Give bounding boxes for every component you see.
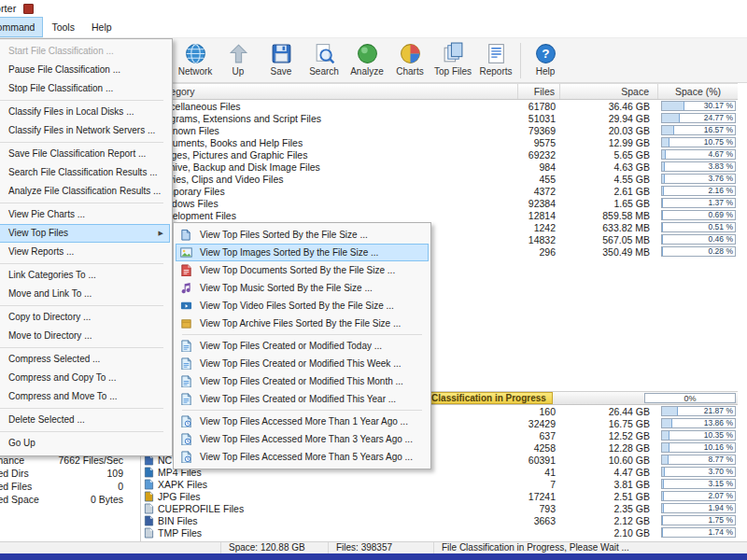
menu-item-delete-selected[interactable]: Delete Selected ... (0, 411, 172, 429)
toolbar-button-up[interactable]: Up (217, 41, 260, 77)
menu-item-search-file-classification-results[interactable]: Search File Classification Results ... (0, 163, 172, 182)
search-icon (313, 41, 336, 65)
extension-row[interactable]: CUEPROFILE Files7932.35 GB1.94 % (140, 502, 738, 514)
column-header-space-percent[interactable]: Space (%) (658, 84, 738, 99)
status-files: Files: 398357 (329, 542, 434, 553)
files-icon (180, 229, 193, 242)
menu-item-view-reports[interactable]: View Reports ... (0, 243, 172, 261)
category-name: Movies, Clips and Video Files (140, 174, 518, 185)
menu-item-save-file-classification-report[interactable]: Save File Classification Report ... (0, 145, 172, 163)
extension-space: 2.10 GB (560, 527, 658, 539)
menu-item-compress-and-copy-to[interactable]: Compress and Copy To ... (0, 369, 172, 387)
menu-item-classify-files-in-local-disks[interactable]: Classify Files in Local Disks ... (0, 103, 172, 121)
submenu-item-view-top-files-created-or-modified-this-ye[interactable]: View Top Files Created or Modified This … (174, 390, 430, 408)
extension-space: 4.47 GB (560, 467, 658, 478)
submenu-item-view-top-files-created-or-modified-this-mo[interactable]: View Top Files Created or Modified This … (174, 372, 430, 390)
menu-separator (0, 100, 163, 101)
category-space: 4.63 GB (560, 161, 658, 173)
extension-row[interactable]: BIN Files36632.12 GB1.75 % (140, 514, 738, 526)
menubar-item-command[interactable]: Command (0, 17, 43, 37)
category-row[interactable]: Miscellaneous Files6178036.46 GB30.17 % (140, 100, 738, 112)
submenu-item-view-top-files-accessed-more-than-3-years-[interactable]: View Top Files Accessed More Than 3 Year… (174, 430, 430, 448)
submenu-item-view-top-images-sorted-by-the-file-size[interactable]: View Top Images Sorted By the File Size … (176, 244, 429, 261)
menu-item-copy-to-directory[interactable]: Copy to Directory ... (0, 308, 172, 327)
toolbar-button-top-files[interactable]: Top Files (431, 41, 474, 77)
menu-item-view-pie-charts[interactable]: View Pie Charts ... (0, 205, 172, 224)
column-header-space[interactable]: Space (560, 84, 658, 99)
category-row[interactable]: Images, Pictures and Graphic Files692325… (140, 148, 738, 161)
submenu-item-label: View Top Files Created or Modified This … (200, 358, 401, 369)
space-percent-cell: 0.28 % (658, 246, 738, 257)
top-files-submenu: View Top Files Sorted By the File Size .… (173, 222, 431, 469)
category-row[interactable]: Movies, Clips and Video Files4554.55 GB3… (140, 173, 738, 185)
space-percent-label: 3.76 % (709, 175, 733, 183)
submenu-item-view-top-files-accessed-more-than-5-years-[interactable]: View Top Files Accessed More Than 5 Year… (174, 448, 430, 466)
toolbar-button-search[interactable]: Search (303, 41, 345, 77)
menu-item-analyze-file-classification-results[interactable]: Analyze File Classification Results ... (0, 182, 172, 201)
category-space: 859.58 MB (560, 210, 658, 221)
menu-item-link-categories-to[interactable]: Link Categories To ... (0, 266, 172, 285)
category-row[interactable]: Unknown Files7936920.03 GB16.57 % (140, 124, 738, 136)
menu-item-start-file-classification[interactable]: Start File Classification ... (0, 42, 172, 61)
space-percent-fill (662, 138, 669, 147)
menu-separator (0, 431, 163, 432)
menu-item-view-top-files[interactable]: View Top Files▶ (0, 224, 170, 243)
toolbar-button-save[interactable]: Save (260, 41, 303, 77)
toolbar-button-label: Reports (479, 66, 512, 77)
column-header-files[interactable]: Files (518, 84, 560, 99)
category-row[interactable]: Programs, Extensions and Script Files510… (140, 112, 738, 124)
menu-item-move-to-directory[interactable]: Move to Directory ... (0, 327, 172, 345)
space-percent-fill (662, 199, 663, 207)
submenu-item-view-top-files-sorted-by-the-file-size[interactable]: View Top Files Sorted By the File Size .… (174, 226, 430, 244)
category-row[interactable]: Temporary Files43722.61 GB2.16 % (140, 185, 738, 197)
extension-files: 32429 (518, 418, 560, 429)
menu-item-classify-files-in-network-servers[interactable]: Classify Files in Network Servers ... (0, 121, 172, 140)
submenu-item-view-top-files-accessed-more-than-1-year-a[interactable]: View Top Files Accessed More Than 1 Year… (174, 413, 430, 430)
toolbar-button-network[interactable]: Network (174, 41, 217, 77)
space-percent-bar: 3.15 % (661, 479, 736, 489)
menu-item-label: Go Up (8, 438, 35, 448)
submenu-item-view-top-files-created-or-modified-today[interactable]: View Top Files Created or Modified Today… (174, 337, 430, 355)
space-percent-bar: 4.67 % (661, 149, 736, 160)
submenu-item-label: View Top Files Created or Modified This … (200, 394, 396, 404)
extension-files: 160 (518, 406, 560, 417)
submenu-item-view-top-music-sorted-by-the-file-size[interactable]: View Top Music Sorted By the File Size .… (174, 279, 430, 297)
submenu-item-view-top-archive-files-sorted-by-the-file-[interactable]: View Top Archive Files Sorted By the Fil… (174, 315, 430, 332)
space-percent-label: 0.28 % (709, 247, 733, 256)
menu-item-label: Classify Files in Local Disks ... (8, 106, 134, 117)
category-row[interactable]: Documents, Books and Help Files957512.99… (140, 136, 738, 148)
reports-icon (485, 41, 508, 65)
column-header-category[interactable]: Category (140, 84, 518, 99)
menu-item-move-and-link-to[interactable]: Move and Link To ... (0, 285, 172, 303)
category-files: 14832 (518, 234, 560, 245)
space-percent-cell: 10.75 % (658, 137, 738, 147)
disk-sorter-window: Disk Sorter CommandToolsHelp NetworkUpSa… (0, 0, 747, 560)
submenu-item-view-top-video-files-sorted-by-the-file-si[interactable]: View Top Video Files Sorted By the File … (174, 297, 430, 315)
menu-item-label: Move to Directory ... (8, 330, 92, 341)
category-row[interactable]: Development Files12814859.58 MB0.69 % (140, 209, 738, 221)
toolbar-button-help[interactable]: ?Help (524, 41, 567, 77)
submenu-item-view-top-documents-sorted-by-the-file-size[interactable]: View Top Documents Sorted By the File Si… (174, 261, 430, 279)
menu-item-compress-selected[interactable]: Compress Selected ... (0, 350, 172, 369)
space-percent-bar: 1.37 % (661, 198, 736, 208)
category-row[interactable]: Windows Files923841.65 GB1.37 % (140, 197, 738, 209)
submenu-item-view-top-files-created-or-modified-this-we[interactable]: View Top Files Created or Modified This … (174, 355, 430, 372)
category-row[interactable]: Archive, Backup and Disk Image Files9844… (140, 161, 738, 173)
menubar-item-tools[interactable]: Tools (43, 17, 83, 37)
menu-item-compress-and-move-to[interactable]: Compress and Move To ... (0, 387, 172, 406)
toolbar-button-reports[interactable]: Reports (474, 41, 517, 77)
space-percent-fill (662, 443, 669, 452)
menubar-item-help[interactable]: Help (83, 17, 120, 37)
extension-row[interactable]: TMP Files2.10 GB1.74 % (140, 526, 738, 539)
toolbar-button-charts[interactable]: Charts (388, 41, 431, 77)
menu-item-pause-file-classification[interactable]: Pause File Classification ... (0, 61, 172, 79)
menu-item-go-up[interactable]: Go Up (0, 434, 172, 453)
space-percent-label: 0.46 % (709, 235, 733, 244)
space-percent-fill (662, 175, 665, 183)
menu-item-stop-file-classification[interactable]: Stop File Classification ... (0, 79, 172, 98)
category-files: 92384 (518, 198, 560, 209)
extension-files: 4258 (518, 442, 560, 454)
extension-row[interactable]: JPG Files172412.51 GB2.07 % (140, 490, 738, 502)
toolbar-button-analyze[interactable]: Analyze (345, 41, 388, 77)
extension-row[interactable]: XAPK Files73.81 GB3.15 % (140, 478, 738, 490)
